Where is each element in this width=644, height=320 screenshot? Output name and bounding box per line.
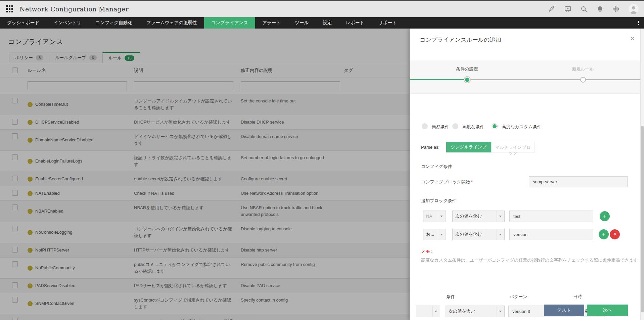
operator-select[interactable]: お... [423,229,446,240]
chevron-down-icon [438,211,446,222]
pattern-col-criteria: 条件 [446,294,455,300]
step-dot-inactive [580,77,586,83]
nav-tab-dashboard[interactable]: ダッシュボード [0,17,46,29]
app-title: Network Configuration Manager [19,5,129,13]
radio-advanced-custom-condition-label[interactable]: 高度なカスタム条件 [502,124,542,130]
memo-text: 高度なカスタム条件は、ユーザーがコンフィグの任意の複数行の文字列をチェックする際… [421,256,639,264]
dialog-title: コンプライアンスルールの追加 [420,36,501,44]
close-icon[interactable]: ✕ [630,35,635,43]
pattern-operator-select[interactable] [416,306,440,317]
chevron-down-icon [432,306,440,317]
section-divider [420,286,634,286]
config-block-start-label: コンフィグブロック開始* [421,179,473,185]
pattern-operator-value [416,306,432,317]
pattern-criteria-select[interactable]: 次の値を含む [446,306,505,317]
nav-tab-settings[interactable]: 設定 [316,17,339,29]
config-condition-title: コンフィグ条件 [421,164,452,170]
search-icon[interactable] [580,5,588,13]
rocket-icon[interactable] [548,5,555,13]
criteria-value: 次の値を含む [453,211,497,222]
parse-as-label: Parse as: [421,145,440,150]
next-button[interactable]: 次へ [587,305,628,316]
config-block-start-input[interactable] [529,176,628,187]
additional-block-condition-label: 追加ブロック条件 [421,198,456,204]
radio-simple-condition[interactable] [422,123,428,129]
step-condition-settings: 条件の設定 [456,66,478,72]
add-compliance-rule-dialog: コンプライアンスルールの追加 ✕ 条件の設定 新規ルール 簡易条件 高度な条件 … [410,29,644,320]
remove-condition-button[interactable]: ✕ [610,229,620,239]
scrollbar-thumb[interactable] [641,126,644,312]
parse-single-line-button[interactable]: シングルラインプ [446,142,491,152]
radio-advanced-custom-condition[interactable] [492,123,498,129]
main-nav: ダッシュボード インベントリ コンフィグ自動化 ファームウェアの脆弱性 コンプラ… [0,17,644,29]
operator-value: お... [423,229,438,240]
config-block-start-text: コンフィグブロック開始 [421,179,470,184]
pattern-col-datetime: 日時 [573,294,582,300]
operator-select[interactable]: NA [423,211,446,222]
nav-tab-compliance[interactable]: コンプライアンス [204,17,256,29]
condition-type-radios: 簡易条件 高度な条件 高度なカスタム条件 [410,123,644,130]
add-condition-button[interactable]: + [599,229,609,239]
required-asterisk: * [471,179,473,184]
operator-value: NA [423,211,438,222]
nav-tab-firmware-vulnerability[interactable]: ファームウェアの脆弱性 [139,17,204,29]
criteria-select[interactable]: 次の値を含む [452,229,505,240]
wizard-steps: 条件の設定 新規ルール [410,60,644,94]
progress-line [410,79,644,80]
nav-tab-tools[interactable]: ツール [288,17,316,29]
apps-grid-icon[interactable] [6,5,13,13]
top-bar: Network Configuration Manager [0,0,644,17]
nav-tab-alerts[interactable]: アラート [255,17,288,29]
add-condition-button[interactable]: + [600,211,610,221]
dialog-scrollbar[interactable] [640,29,644,320]
radio-simple-condition-label[interactable]: 簡易条件 [432,124,449,130]
bell-icon[interactable] [596,5,604,13]
chevron-down-icon [438,229,446,240]
condition-value-input[interactable] [509,229,593,240]
pattern-criteria-value: 次の値を含む [446,306,497,317]
nav-tab-inventory[interactable]: インベントリ [46,17,88,29]
criteria-select[interactable]: 次の値を含む [452,211,505,222]
radio-advanced-condition-label[interactable]: 高度な条件 [462,124,484,130]
parse-multi-line-label: マルチラインブロック [495,144,531,156]
parse-multi-line-button[interactable]: マルチラインブロック [491,142,535,152]
nav-overflow-icon[interactable]: ⋮ [635,17,642,29]
nav-tab-reports[interactable]: レポート [339,17,371,29]
user-avatar[interactable] [629,4,639,14]
gear-icon[interactable] [612,5,620,13]
nav-tab-config-automation[interactable]: コンフィグ自動化 [88,17,139,29]
pattern-col-pattern: パターン [510,294,527,300]
radio-advanced-condition[interactable] [452,123,458,129]
test-button[interactable]: テスト [544,305,584,316]
chevron-down-icon [497,211,504,222]
chevron-down-icon [497,306,504,317]
memo-label: メモ : [421,248,433,255]
chevron-down-icon [497,229,504,240]
nav-tab-support[interactable]: サポート [371,17,404,29]
step-dot-active [464,76,471,83]
condition-value-input[interactable] [509,211,593,222]
criteria-value: 次の値を含む [453,229,497,240]
step-new-rule: 新規ルール [572,66,594,72]
presentation-icon[interactable] [564,5,571,13]
